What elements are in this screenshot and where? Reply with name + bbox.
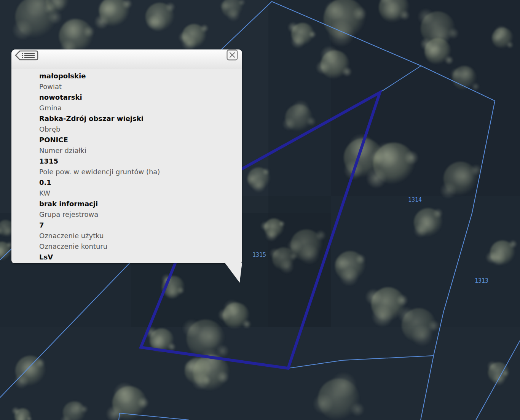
attribute-value: małopolskie <box>39 71 238 81</box>
attribute-label: Obręb <box>39 124 238 135</box>
attribute-label: Grupa rejestrowa <box>39 209 238 220</box>
parcel-boundary-line <box>476 340 520 420</box>
attribute-value: nowotarski <box>39 92 238 103</box>
attribute-value: LsV <box>39 252 238 262</box>
popup-header <box>11 49 242 69</box>
back-list-icon <box>14 50 39 61</box>
map-viewport[interactable]: 131413151313 małopolskie <box>0 0 520 420</box>
parcel-boundary-line <box>380 66 421 92</box>
attribute-label: Powiat <box>39 81 238 92</box>
parcel-number-label: 1315 <box>252 251 266 258</box>
attribute-label: Gmina <box>39 103 238 113</box>
close-icon <box>227 49 238 60</box>
attribute-label: Oznaczenie użytku <box>39 231 238 241</box>
attribute-value: brak informacji <box>39 199 238 209</box>
attribute-label: Pole pow. w ewidencji gruntów (ha) <box>39 167 238 177</box>
parcel-boundary-line <box>119 413 189 420</box>
attribute-label: KW <box>39 188 238 199</box>
parcel-number-label: 1314 <box>408 196 422 203</box>
attribute-value: 7 <box>39 220 238 231</box>
popup-content: małopolskiePowiatnowotarskiGminaRabka-Zd… <box>11 69 242 262</box>
close-button[interactable] <box>227 49 238 60</box>
attribute-value: 1315 <box>39 156 238 167</box>
attribute-value: 0.1 <box>39 177 238 188</box>
parcel-number-label: 1313 <box>475 277 488 284</box>
attribute-value: Rabka-Zdrój obszar wiejski <box>39 113 238 124</box>
attribute-label: Numer działki <box>39 145 238 156</box>
back-to-list-button[interactable] <box>14 50 39 61</box>
attribute-value: PONICE <box>39 135 238 145</box>
attribute-label: Oznaczenie konturu <box>39 241 238 252</box>
parcel-info-popup: małopolskiePowiatnowotarskiGminaRabka-Zd… <box>11 49 242 263</box>
parcel-boundary-line <box>288 356 433 368</box>
